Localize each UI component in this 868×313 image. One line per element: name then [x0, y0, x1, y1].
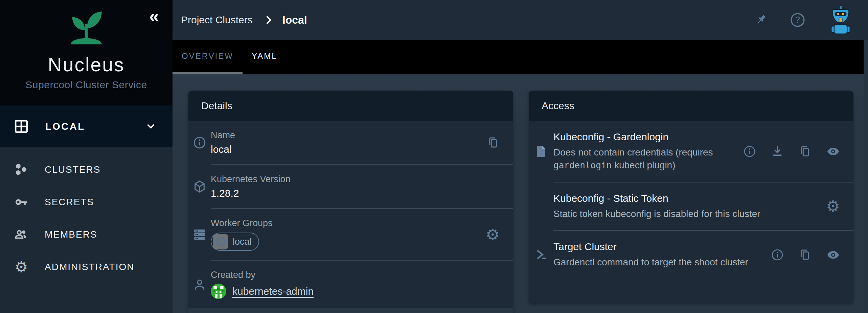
worker-group-chip-label: local	[233, 237, 252, 247]
user-avatar[interactable]	[827, 5, 854, 34]
card-title: Details	[201, 100, 232, 112]
help-icon: ?	[790, 12, 806, 28]
info-button[interactable]	[771, 248, 784, 261]
members-icon	[14, 227, 29, 242]
scrollbar-gutter[interactable]	[864, 40, 868, 313]
eye-icon	[826, 145, 840, 158]
details-row-name: Name local	[188, 121, 513, 164]
copy-name-button[interactable]	[487, 136, 500, 149]
sidebar-item-label: MEMBERS	[45, 229, 97, 240]
access-row-description: Static token kubeconfig is disabled for …	[553, 208, 820, 220]
details-card-header: Details	[188, 91, 513, 121]
chevron-down-icon	[144, 120, 158, 133]
field-value: local	[211, 144, 481, 155]
field-label: Kubernetes Version	[211, 174, 500, 185]
sidebar-item-members[interactable]: MEMBERS	[0, 218, 173, 251]
sidebar-item-clusters[interactable]: CLUSTERS	[0, 153, 173, 186]
cube-icon	[192, 179, 207, 194]
access-row-static-token: Kubeconfig - Static Token Static token k…	[529, 183, 853, 231]
tab-overview[interactable]: OVERVIEW	[173, 40, 243, 74]
access-row-target-cluster: Target Cluster Gardenctl command to targ…	[529, 231, 853, 279]
copy-button[interactable]	[799, 248, 812, 261]
identicon-avatar	[211, 284, 226, 299]
sidebar-item-label: CLUSTERS	[45, 164, 100, 175]
project-label: LOCAL	[45, 121, 144, 132]
key-icon	[14, 195, 29, 210]
download-button[interactable]	[771, 145, 784, 158]
gear-icon: ⚙	[826, 198, 840, 214]
copy-button[interactable]	[799, 145, 812, 158]
seedling-logo-icon	[63, 5, 109, 49]
card-title: Access	[542, 100, 574, 112]
app-root: « Nucleus Supercool Cluster Service LOCA…	[0, 0, 868, 313]
details-card-body: Name local	[188, 121, 513, 308]
access-card: Access Kubeconfig - Gardenlogin D	[529, 91, 853, 303]
info-button[interactable]	[743, 145, 756, 158]
tabbar: OVERVIEW YAML	[173, 40, 864, 74]
clusters-icon	[14, 162, 29, 177]
access-row-description: Gardenctl command to target the shoot cl…	[553, 256, 765, 269]
topbar-actions: ?	[754, 5, 854, 34]
show-button[interactable]	[826, 248, 840, 262]
server-stack-icon	[192, 227, 207, 242]
pin-button[interactable]	[754, 13, 768, 27]
details-row-workers: Worker Groups	[188, 209, 513, 260]
content-region: OVERVIEW YAML Details	[173, 40, 868, 313]
sidebar: « Nucleus Supercool Cluster Service LOCA…	[0, 0, 173, 313]
file-icon	[534, 143, 548, 160]
worker-settings-button[interactable]: ⚙	[486, 227, 500, 242]
worker-group-chip[interactable]: local	[211, 233, 259, 251]
brand-name: Nucleus	[48, 53, 125, 76]
copy-icon	[799, 248, 812, 261]
access-row-actions: ⚙	[826, 198, 840, 214]
field-value: 1.28.2	[211, 188, 500, 199]
access-card-body: Kubeconfig - Gardenlogin Does not contai…	[529, 121, 853, 303]
access-row-title: Kubeconfig - Static Token	[553, 193, 820, 204]
page-content: Details Name l	[173, 74, 864, 313]
project-selector[interactable]: LOCAL	[0, 105, 173, 147]
field-label: Created by	[211, 270, 500, 280]
topbar: Project Clusters local	[173, 0, 868, 40]
scroll-area: OVERVIEW YAML Details	[173, 40, 864, 313]
gear-icon: ⚙	[15, 260, 28, 274]
terminal-icon	[534, 248, 548, 262]
grid-icon	[14, 119, 29, 134]
sidebar-item-administration[interactable]: ⚙ ADMINISTRATION	[0, 251, 173, 283]
download-icon	[771, 145, 784, 158]
sidebar-item-label: SECRETS	[45, 197, 94, 208]
static-token-settings-button[interactable]: ⚙	[826, 198, 840, 214]
access-row-actions	[771, 248, 840, 262]
copy-icon	[487, 136, 500, 149]
access-row-title: Target Cluster	[553, 241, 765, 252]
breadcrumb-chevron-icon	[263, 14, 274, 26]
help-button[interactable]: ?	[790, 12, 806, 28]
eye-icon	[826, 248, 840, 262]
sidebar-item-secrets[interactable]: SECRETS	[0, 186, 173, 218]
brand-tagline: Supercool Cluster Service	[25, 79, 147, 91]
field-label: Name	[211, 130, 481, 141]
field-label: Worker Groups	[211, 218, 480, 228]
copy-icon	[799, 145, 812, 158]
pin-icon	[754, 13, 768, 27]
person-icon	[192, 278, 207, 292]
breadcrumb-parent[interactable]: Project Clusters	[181, 14, 253, 26]
breadcrumb-current: local	[282, 14, 307, 26]
details-row-version: Kubernetes Version 1.28.2	[188, 165, 513, 208]
details-card: Details Name l	[188, 91, 513, 313]
show-button[interactable]	[826, 145, 840, 158]
logo-area: « Nucleus Supercool Cluster Service	[0, 0, 173, 105]
tab-yaml[interactable]: YAML	[243, 40, 287, 74]
created-by-link[interactable]: kubernetes-admin	[232, 286, 314, 297]
info-icon	[743, 145, 756, 158]
access-row-gardenlogin: Kubeconfig - Gardenlogin Does not contai…	[529, 121, 853, 182]
info-icon	[193, 136, 206, 149]
sidebar-item-label: ADMINISTRATION	[45, 262, 134, 272]
code-text: gardenlogin	[553, 160, 612, 170]
access-row-actions	[743, 145, 840, 158]
worker-group-icon	[213, 234, 228, 249]
gear-icon: ⚙	[486, 227, 500, 242]
details-row-created-by: Created by	[188, 261, 513, 308]
access-card-header: Access	[529, 91, 853, 121]
sidebar-collapse-button[interactable]: «	[149, 7, 159, 25]
main-column: Project Clusters local	[173, 0, 868, 313]
